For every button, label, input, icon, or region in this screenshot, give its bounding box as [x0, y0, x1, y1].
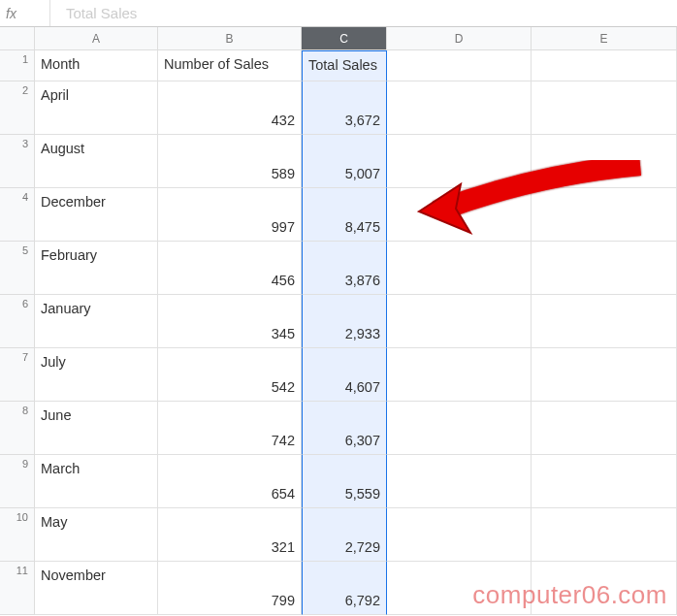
cell[interactable]: 3,876: [302, 242, 387, 295]
row-header[interactable]: 9: [0, 455, 35, 508]
cell[interactable]: Total Sales: [302, 50, 387, 81]
cell[interactable]: [387, 562, 532, 615]
cell[interactable]: 2,729: [302, 508, 387, 562]
cell[interactable]: [532, 508, 677, 562]
fx-label: fx: [0, 0, 50, 26]
row-header[interactable]: 2: [0, 81, 35, 135]
cell[interactable]: 5,559: [302, 455, 387, 508]
cell[interactable]: [387, 348, 532, 402]
cell[interactable]: August: [35, 135, 158, 188]
col-header-a[interactable]: A: [35, 27, 158, 50]
cell[interactable]: [387, 81, 532, 135]
cell[interactable]: Month: [35, 50, 158, 81]
row-header[interactable]: 1: [0, 50, 35, 81]
col-header-c[interactable]: C: [302, 27, 387, 50]
row-header[interactable]: 6: [0, 295, 35, 348]
cell[interactable]: [532, 562, 677, 615]
col-header-d[interactable]: D: [387, 27, 532, 50]
row-header[interactable]: 7: [0, 348, 35, 402]
cell[interactable]: 654: [158, 455, 302, 508]
cell[interactable]: Number of Sales: [158, 50, 302, 81]
cell[interactable]: 321: [158, 508, 302, 562]
cell[interactable]: 6,307: [302, 402, 387, 455]
cell[interactable]: 456: [158, 242, 302, 295]
cell[interactable]: [532, 402, 677, 455]
cell[interactable]: [387, 188, 532, 242]
cell[interactable]: 345: [158, 295, 302, 348]
cell[interactable]: 2,933: [302, 295, 387, 348]
cell[interactable]: December: [35, 188, 158, 242]
cell[interactable]: 6,792: [302, 562, 387, 615]
col-header-e[interactable]: E: [532, 27, 677, 50]
cell[interactable]: [387, 295, 532, 348]
cell[interactable]: 8,475: [302, 188, 387, 242]
cell[interactable]: 742: [158, 402, 302, 455]
spreadsheet-grid: A B C D E 1 Month Number of Sales Total …: [0, 27, 677, 615]
cell[interactable]: November: [35, 562, 158, 615]
row-header[interactable]: 11: [0, 562, 35, 615]
row-header[interactable]: 8: [0, 402, 35, 455]
cell[interactable]: [387, 50, 532, 81]
formula-bar: fx Total Sales: [0, 0, 677, 27]
row-header[interactable]: 10: [0, 508, 35, 562]
cell[interactable]: [387, 135, 532, 188]
select-all-corner[interactable]: [0, 27, 35, 50]
cell[interactable]: [532, 242, 677, 295]
formula-input[interactable]: Total Sales: [50, 5, 677, 21]
row-header[interactable]: 3: [0, 135, 35, 188]
cell[interactable]: March: [35, 455, 158, 508]
row-header[interactable]: 4: [0, 188, 35, 242]
cell[interactable]: 5,007: [302, 135, 387, 188]
cell[interactable]: [532, 455, 677, 508]
cell[interactable]: May: [35, 508, 158, 562]
cell[interactable]: 997: [158, 188, 302, 242]
cell[interactable]: [387, 508, 532, 562]
cell[interactable]: 4,607: [302, 348, 387, 402]
cell[interactable]: 589: [158, 135, 302, 188]
cell[interactable]: [532, 295, 677, 348]
cell[interactable]: 542: [158, 348, 302, 402]
cell[interactable]: [532, 348, 677, 402]
cell[interactable]: April: [35, 81, 158, 135]
cell[interactable]: July: [35, 348, 158, 402]
cell[interactable]: June: [35, 402, 158, 455]
cell[interactable]: [532, 188, 677, 242]
cell[interactable]: 3,672: [302, 81, 387, 135]
col-header-b[interactable]: B: [158, 27, 302, 50]
cell[interactable]: 799: [158, 562, 302, 615]
cell[interactable]: 432: [158, 81, 302, 135]
cell[interactable]: [387, 402, 532, 455]
cell[interactable]: [532, 81, 677, 135]
row-header[interactable]: 5: [0, 242, 35, 295]
cell[interactable]: [532, 50, 677, 81]
cell[interactable]: [532, 135, 677, 188]
cell[interactable]: [387, 242, 532, 295]
cell[interactable]: [387, 455, 532, 508]
cell[interactable]: January: [35, 295, 158, 348]
cell[interactable]: February: [35, 242, 158, 295]
